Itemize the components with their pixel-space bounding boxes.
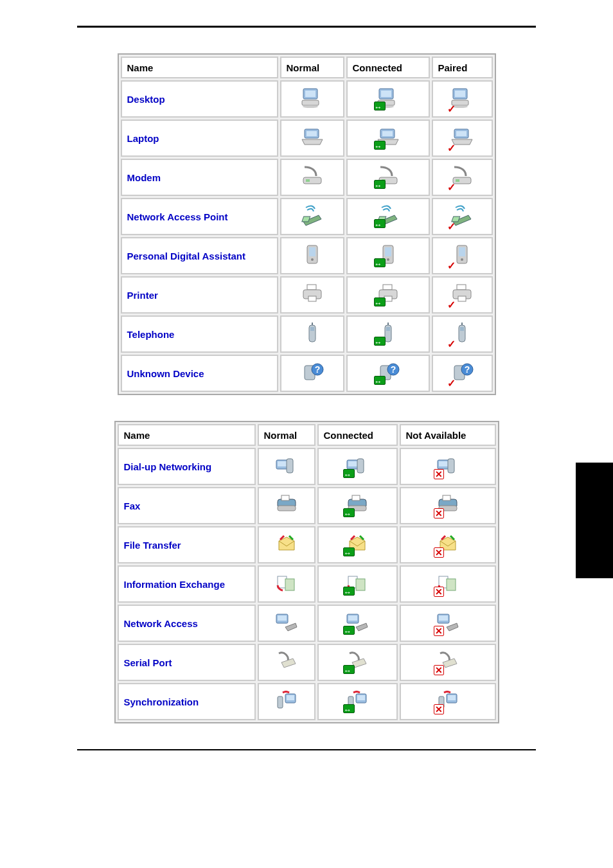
- service-icons-table: Name Normal Connected Not Available Dial…: [114, 421, 499, 723]
- sync-icon: [435, 689, 461, 712]
- col-header-connected: Connected: [346, 57, 430, 78]
- icon-normal: [280, 80, 344, 118]
- dialup-icon: [344, 454, 370, 477]
- icon-normal: [280, 159, 344, 196]
- icon-normal: [258, 448, 315, 485]
- row-name: Laptop: [121, 120, 278, 157]
- side-tab: [576, 463, 613, 578]
- serial-icon: [274, 650, 299, 673]
- table-row: Network Access: [118, 605, 496, 642]
- icon-connected: [317, 487, 398, 524]
- row-name: Serial Port: [118, 644, 256, 681]
- filetransfer-icon: [435, 532, 461, 555]
- pda-icon: [299, 243, 325, 266]
- table-row: Desktop: [121, 80, 493, 118]
- icon-normal: [258, 644, 315, 681]
- col-header-name: Name: [118, 424, 256, 446]
- unknown-icon: [299, 360, 325, 384]
- row-name: Information Exchange: [118, 565, 256, 603]
- sync-icon: [344, 689, 370, 712]
- infoexchange-icon: [435, 571, 461, 594]
- table-row: Dial-up Networking: [118, 448, 496, 485]
- col-header-name: Name: [121, 57, 278, 78]
- icon-connected: [317, 644, 398, 681]
- icon-normal: [280, 198, 344, 235]
- icon-paired: [432, 159, 493, 196]
- infoexchange-icon: [274, 571, 299, 594]
- icon-connected: [346, 120, 430, 157]
- serial-icon: [435, 650, 461, 673]
- icon-not-available: [400, 605, 496, 642]
- icon-not-available: [400, 487, 496, 524]
- printer-icon: [375, 282, 401, 305]
- icon-normal: [280, 276, 344, 314]
- sync-icon: [274, 689, 299, 712]
- icon-connected: [346, 237, 430, 274]
- nap-icon: [299, 204, 325, 227]
- printer-icon: [299, 282, 325, 305]
- row-name: Network Access Point: [121, 198, 278, 235]
- col-header-connected: Connected: [317, 424, 398, 446]
- table-row: Modem: [121, 159, 493, 196]
- row-name: Synchronization: [118, 683, 256, 720]
- icon-not-available: [400, 644, 496, 681]
- fax-icon: [435, 493, 461, 516]
- table-row: Unknown Device: [121, 355, 493, 392]
- icon-not-available: [400, 565, 496, 603]
- icon-connected: [317, 605, 398, 642]
- icon-connected: [317, 448, 398, 485]
- icon-not-available: [400, 683, 496, 720]
- netaccess-icon: [435, 610, 461, 633]
- col-header-notavailable: Not Available: [400, 424, 496, 446]
- row-name: Unknown Device: [121, 355, 278, 392]
- modem-icon: [299, 164, 325, 188]
- col-header-normal: Normal: [258, 424, 315, 446]
- netaccess-icon: [274, 610, 299, 633]
- icon-normal: [280, 120, 344, 157]
- dialup-icon: [274, 454, 299, 477]
- dialup-icon: [435, 454, 461, 477]
- printer-icon: [449, 282, 475, 305]
- icon-paired: [432, 355, 493, 392]
- top-rule: [77, 26, 536, 28]
- icon-normal: [258, 605, 315, 642]
- bottom-rule: [77, 749, 536, 750]
- phone-icon: [449, 321, 475, 344]
- row-name: Desktop: [121, 80, 278, 118]
- row-name: File Transfer: [118, 526, 256, 563]
- icon-connected: [346, 80, 430, 118]
- col-header-paired: Paired: [432, 57, 493, 78]
- row-name: Dial-up Networking: [118, 448, 256, 485]
- laptop-icon: [449, 125, 475, 148]
- phone-icon: [299, 321, 325, 344]
- icon-normal: [280, 355, 344, 392]
- icon-normal: [258, 526, 315, 563]
- icon-paired: [432, 237, 493, 274]
- serial-icon: [344, 650, 370, 673]
- nap-icon: [375, 204, 401, 227]
- icon-paired: [432, 198, 493, 235]
- modem-icon: [449, 164, 475, 188]
- fax-icon: [344, 493, 370, 516]
- icon-normal: [280, 237, 344, 274]
- icon-connected: [317, 565, 398, 603]
- table-row: Laptop: [121, 120, 493, 157]
- icon-paired: [432, 120, 493, 157]
- icon-not-available: [400, 448, 496, 485]
- table-row: Personal Digital Assistant: [121, 237, 493, 274]
- icon-connected: [346, 276, 430, 314]
- row-name: Network Access: [118, 605, 256, 642]
- filetransfer-icon: [344, 532, 370, 555]
- table-row: Printer: [121, 276, 493, 314]
- icon-paired: [432, 315, 493, 353]
- page: Name Normal Connected Paired DesktopLapt…: [0, 0, 613, 789]
- icon-not-available: [400, 526, 496, 563]
- fax-icon: [274, 493, 299, 516]
- table-row: Telephone: [121, 315, 493, 353]
- icon-connected: [317, 683, 398, 720]
- table-row: Fax: [118, 487, 496, 524]
- laptop-icon: [299, 125, 325, 148]
- infoexchange-icon: [344, 571, 370, 594]
- row-name: Fax: [118, 487, 256, 524]
- pda-icon: [375, 243, 401, 266]
